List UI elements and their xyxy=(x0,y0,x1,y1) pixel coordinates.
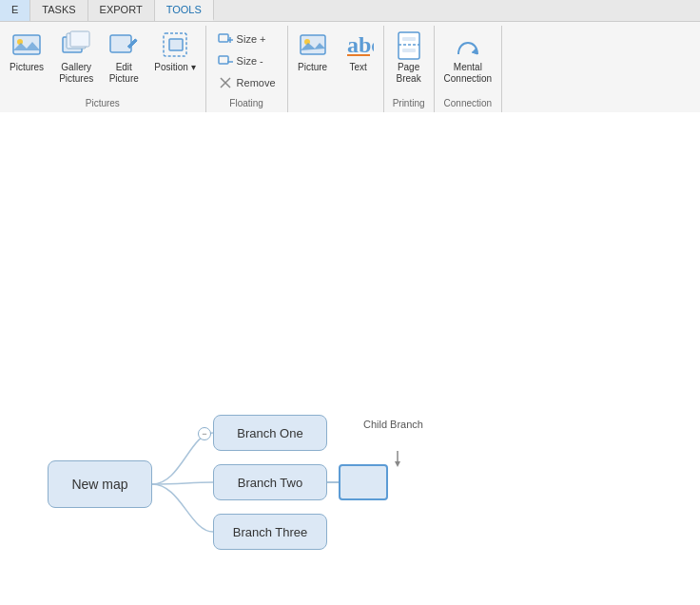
ribbon: E TASKS EXPORT TOOLS Pictures xyxy=(0,0,700,112)
branch-three-node[interactable]: Branch Three xyxy=(213,514,327,550)
mental-connection-button[interactable]: MentalConnection xyxy=(438,26,498,88)
remove-button[interactable]: Remove xyxy=(214,73,280,92)
connector-lines xyxy=(0,112,700,605)
svg-rect-20 xyxy=(399,32,419,59)
root-label: New map xyxy=(71,477,127,492)
size-plus-label: Size + xyxy=(237,33,266,45)
ribbon-group-floating: Size + Size - xyxy=(206,26,288,112)
tab-tasks[interactable]: TASKS xyxy=(30,0,88,21)
branch-two-label: Branch Two xyxy=(238,476,302,490)
tab-e[interactable]: E xyxy=(0,0,30,21)
floating-group-label: Floating xyxy=(210,96,283,112)
size-plus-icon xyxy=(218,31,233,47)
branch-three-label: Branch Three xyxy=(233,525,308,539)
pagebreak-label: PageBreak xyxy=(397,62,421,85)
picture2-label: Picture xyxy=(298,62,327,73)
tab-tools[interactable]: TOOLS xyxy=(155,0,214,21)
svg-rect-22 xyxy=(402,37,416,41)
gallery-button[interactable]: GalleryPictures xyxy=(53,26,99,88)
size-minus-label: Size - xyxy=(237,55,263,67)
position-label: Position ▾ xyxy=(154,62,195,73)
text-button[interactable]: abc Text xyxy=(338,26,379,77)
text-icon: abc xyxy=(343,29,374,60)
connection-group-label: Connection xyxy=(438,96,498,112)
branch-one-label: Branch One xyxy=(237,426,302,440)
gallery-label: GalleryPictures xyxy=(59,62,93,85)
ribbon-group-printing: PageBreak Printing xyxy=(384,26,435,112)
root-node[interactable]: New map xyxy=(48,460,152,508)
size-minus-icon xyxy=(218,53,233,68)
canvas[interactable]: New map Branch One Branch Two Branch Thr… xyxy=(0,112,700,605)
printing-group-label: Printing xyxy=(388,96,430,112)
svg-rect-4 xyxy=(70,31,89,47)
svg-rect-5 xyxy=(110,35,131,52)
edit-picture-icon xyxy=(108,29,139,60)
pictures-button[interactable]: Pictures xyxy=(4,26,49,77)
svg-rect-8 xyxy=(169,39,183,50)
remove-label: Remove xyxy=(237,77,276,88)
edit-picture-label: EditPicture xyxy=(109,62,139,85)
branch-two-node[interactable]: Branch Two xyxy=(213,464,327,500)
text-label: Text xyxy=(349,62,366,73)
edit-picture-button[interactable]: EditPicture xyxy=(103,26,145,88)
pagebreak-icon xyxy=(394,29,424,60)
svg-text:abc: abc xyxy=(347,32,374,57)
tab-export[interactable]: EXPORT xyxy=(88,0,155,21)
mental-connection-label: MentalConnection xyxy=(444,62,493,85)
svg-rect-16 xyxy=(301,35,325,54)
ribbon-group-connection: MentalConnection Connection xyxy=(435,26,503,112)
size-plus-button[interactable]: Size + xyxy=(214,29,270,49)
ribbon-tabs: E TASKS EXPORT TOOLS xyxy=(0,0,700,22)
collapse-button[interactable]: − xyxy=(198,427,211,440)
pictures-group-label: Pictures xyxy=(4,96,202,112)
new-branch-box[interactable] xyxy=(339,464,388,500)
size-minus-button[interactable]: Size - xyxy=(214,51,267,70)
branch-one-node[interactable]: Branch One xyxy=(213,415,327,451)
position-icon xyxy=(160,29,190,60)
mental-connection-icon xyxy=(453,29,483,60)
picture2-button[interactable]: Picture xyxy=(292,26,334,77)
svg-rect-23 xyxy=(402,49,416,52)
svg-rect-0 xyxy=(13,35,40,54)
ribbon-group-pictures: Pictures GalleryPictures xyxy=(0,26,206,112)
pagebreak-button[interactable]: PageBreak xyxy=(388,26,430,88)
position-button[interactable]: Position ▾ xyxy=(148,26,201,77)
gallery-icon xyxy=(61,29,91,60)
pictures-label: Pictures xyxy=(10,62,44,73)
pictures-icon xyxy=(11,29,42,60)
picture2-icon xyxy=(298,29,328,60)
child-branch-tooltip: Child Branch xyxy=(363,419,423,430)
svg-rect-12 xyxy=(219,56,228,64)
ribbon-group-insert: Picture abc Text xyxy=(288,26,384,112)
remove-icon xyxy=(218,75,233,90)
svg-rect-9 xyxy=(219,34,228,42)
